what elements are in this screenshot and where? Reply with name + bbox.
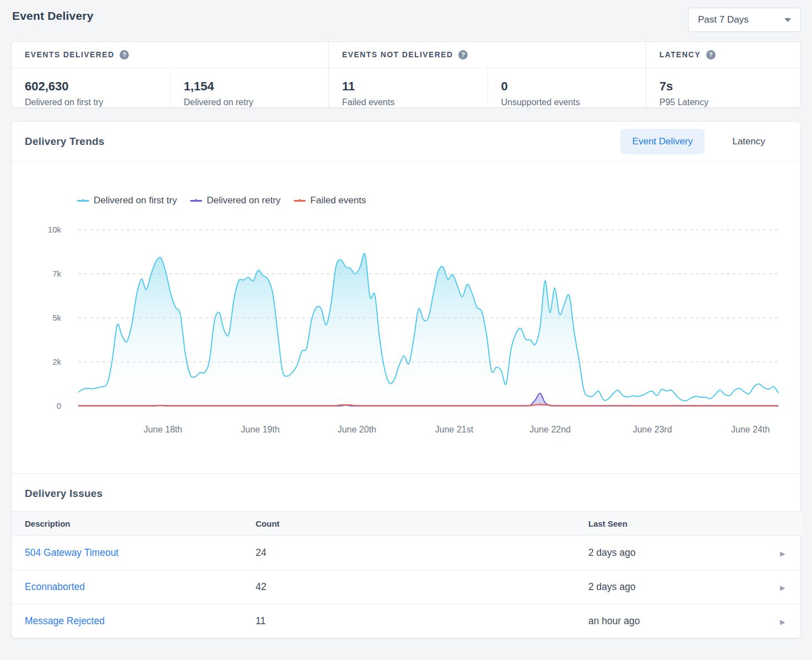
help-icon[interactable]: ? xyxy=(458,50,468,59)
legend-label: Failed events xyxy=(310,195,366,206)
chart-plot-area: June 18thJune 19thJune 20thJune 21stJune… xyxy=(78,228,778,438)
issue-row[interactable]: Econnaborted422 days ago▶ xyxy=(12,570,802,604)
stat-group-title: LATENCY xyxy=(659,50,701,59)
chevron-right-icon: ▶ xyxy=(780,618,785,626)
y-axis-tick-label: 10k xyxy=(48,224,61,235)
x-axis-tick-label: June 23rd xyxy=(633,425,672,435)
col-count: Count xyxy=(242,512,575,536)
issue-link[interactable]: Message Rejected xyxy=(25,615,105,626)
y-axis-tick-label: 7k xyxy=(52,268,61,279)
col-actions xyxy=(767,512,802,536)
legend-label: Delivered on first try xyxy=(94,195,177,206)
stat-group-title: EVENTS DELIVERED xyxy=(25,50,114,59)
event-delivery-page: Event Delivery Past 7 Days EVENTS DELIVE… xyxy=(0,0,812,660)
legend-marker-icon xyxy=(77,200,89,202)
issue-count: 24 xyxy=(242,536,575,570)
stat-group-events-not-delivered: EVENTS NOT DELIVERED ? 11 Failed events … xyxy=(328,42,646,107)
delivery-issues-table: Description Count Last Seen 504 Gateway … xyxy=(12,511,802,638)
issue-row[interactable]: 504 Gateway Timeout242 days ago▶ xyxy=(12,536,802,570)
stat-delivered-first-try: 602,630 Delivered on first try xyxy=(12,68,170,107)
issue-last-seen: 2 days ago xyxy=(575,570,767,604)
legend-marker-icon xyxy=(294,200,306,202)
x-axis-tick-label: June 22nd xyxy=(529,425,571,435)
delivery-trends-chart-section: Delivered on first tryDelivered on retry… xyxy=(12,162,800,473)
delivery-issues-section: Delivery Issues Description Count Last S… xyxy=(12,474,800,638)
help-icon[interactable]: ? xyxy=(120,50,129,59)
stat-value: 7s xyxy=(659,79,787,94)
y-axis-tick-label: 5k xyxy=(52,312,61,323)
issue-row[interactable]: Message Rejected11an hour ago▶ xyxy=(12,604,802,639)
x-axis-tick-label: June 18th xyxy=(144,425,182,435)
time-range-value: Past 7 Days xyxy=(698,14,749,25)
tab-latency[interactable]: Latency xyxy=(720,129,777,154)
issue-count: 42 xyxy=(242,570,575,604)
y-axis-tick-label: 2k xyxy=(52,356,61,367)
x-axis-tick-label: June 21st xyxy=(435,425,473,435)
stat-value: 1,154 xyxy=(184,79,316,94)
legend-label: Delivered on retry xyxy=(207,195,280,206)
page-title: Event Delivery xyxy=(12,8,94,23)
time-range-dropdown[interactable]: Past 7 Days xyxy=(688,8,801,32)
tab-event-delivery[interactable]: Event Delivery xyxy=(620,129,705,154)
issue-link[interactable]: 504 Gateway Timeout xyxy=(25,547,118,558)
stat-label: P95 Latency xyxy=(659,98,787,107)
chart-x-axis: June 18thJune 19thJune 20thJune 21stJune… xyxy=(78,413,778,438)
stat-group-latency: LATENCY ? 7s P95 Latency xyxy=(646,42,800,107)
stat-failed-events: 11 Failed events xyxy=(329,68,488,107)
y-axis-tick-label: 0 xyxy=(57,401,61,412)
issue-link[interactable]: Econnaborted xyxy=(25,581,85,592)
stat-value: 0 xyxy=(501,79,633,94)
issue-last-seen: 2 days ago xyxy=(575,536,767,570)
page-header: Event Delivery Past 7 Days xyxy=(0,0,812,34)
stats-summary-card: EVENTS DELIVERED ? 602,630 Delivered on … xyxy=(11,41,801,108)
stat-label: Delivered on first try xyxy=(25,98,157,107)
chart-y-axis: 02k5k7k10k xyxy=(12,228,78,438)
delivery-issues-title: Delivery Issues xyxy=(12,488,800,500)
stat-value: 602,630 xyxy=(25,79,157,94)
issues-header-row: Description Count Last Seen xyxy=(12,512,802,536)
stat-group-title: EVENTS NOT DELIVERED xyxy=(342,50,453,59)
issue-count: 11 xyxy=(242,604,575,639)
chart-plot[interactable] xyxy=(78,228,778,410)
help-icon[interactable]: ? xyxy=(706,50,716,59)
x-axis-tick-label: June 20th xyxy=(338,425,376,435)
chart-legend: Delivered on first tryDelivered on retry… xyxy=(77,193,800,208)
col-last-seen: Last Seen xyxy=(575,512,767,536)
trends-tabs: Event Delivery Latency xyxy=(620,129,777,154)
stat-delivered-retry: 1,154 Delivered on retry xyxy=(170,68,329,107)
chevron-down-icon xyxy=(784,18,791,22)
legend-marker-icon xyxy=(190,200,202,202)
col-description: Description xyxy=(12,512,242,536)
x-axis-tick-label: June 19th xyxy=(241,425,279,435)
stat-label: Unsupported events xyxy=(501,98,633,107)
legend-item[interactable]: Delivered on retry xyxy=(190,195,280,206)
stat-label: Delivered on retry xyxy=(184,98,316,107)
stat-unsupported-events: 0 Unsupported events xyxy=(488,68,646,107)
stat-group-events-delivered: EVENTS DELIVERED ? 602,630 Delivered on … xyxy=(12,42,328,107)
stat-p95-latency: 7s P95 Latency xyxy=(646,68,800,107)
issue-last-seen: an hour ago xyxy=(575,604,767,639)
legend-item[interactable]: Delivered on first try xyxy=(77,195,177,206)
stat-value: 11 xyxy=(342,79,474,94)
delivery-trends-title: Delivery Trends xyxy=(25,136,105,148)
chevron-right-icon: ▶ xyxy=(780,550,785,558)
legend-item[interactable]: Failed events xyxy=(294,195,366,206)
x-axis-tick-label: June 24th xyxy=(731,425,770,435)
delivery-trends-header: Delivery Trends Event Delivery Latency xyxy=(12,122,800,162)
chevron-right-icon: ▶ xyxy=(780,584,785,592)
stat-label: Failed events xyxy=(342,98,474,107)
delivery-trends-card: Delivery Trends Event Delivery Latency D… xyxy=(11,121,801,639)
